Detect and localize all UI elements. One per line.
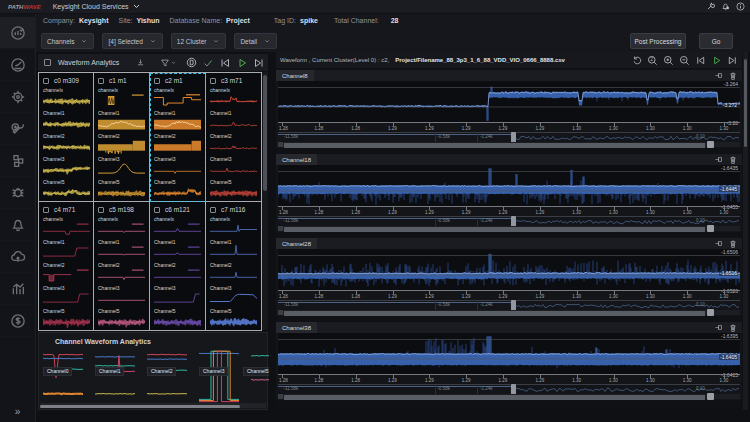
channel-thumbnail[interactable]: Channel5 [154, 179, 201, 201]
channel-thumbnail[interactable]: Channel5 [210, 308, 257, 330]
cluster-card-c6[interactable]: c6 m121 channelx Channel1 Channel2 Chann… [150, 202, 206, 331]
channel-tile-channel5[interactable]: Channel5 [251, 349, 269, 405]
rail-item-gauge[interactable] [0, 49, 36, 81]
product-switcher[interactable]: Keysight Cloud Services [53, 3, 140, 10]
strip-plot[interactable]: -1.6506 -1.6516 -1.6526 [278, 249, 740, 290]
delete-icon[interactable] [728, 155, 738, 165]
dropdown-detail[interactable]: Detail [234, 33, 277, 49]
channel-panel-scrollbar[interactable] [40, 403, 266, 408]
strip-scrollbar[interactable] [278, 394, 740, 399]
cluster-checkbox[interactable] [154, 78, 160, 84]
channel-thumbnail[interactable]: Channel1 [43, 110, 89, 132]
scrollbar-thumb[interactable] [40, 405, 240, 408]
pin-icon[interactable] [714, 71, 723, 80]
channel-thumbnail[interactable]: Channel5 [154, 308, 201, 330]
channel-thumbnail[interactable]: Channel5 [98, 308, 145, 330]
channel-thumbnail[interactable]: Channel3 [154, 156, 201, 178]
cluster-grid-scrollbar[interactable] [262, 72, 268, 330]
channel-thumbnail[interactable]: channelx [210, 87, 257, 109]
cluster-checkbox[interactable] [43, 207, 49, 213]
channel-thumbnail[interactable]: Channel2 [210, 262, 257, 284]
channel-tile-channel3[interactable]: Channel3 [199, 349, 239, 405]
channel-tile-channel0[interactable]: Channel0 [43, 349, 83, 405]
scrollbar-thumb[interactable] [284, 395, 705, 400]
download-icon[interactable] [136, 58, 145, 67]
channel-thumbnail[interactable]: Channel2 [210, 133, 257, 155]
strip-plot[interactable]: -1.6435 -1.6445 -1.6455 [278, 165, 740, 206]
channel-thumbnail[interactable]: Channel1 [154, 239, 201, 261]
channel-thumbnail[interactable]: Channel3 [43, 156, 89, 178]
cluster-checkbox[interactable] [210, 207, 216, 213]
channel-thumbnail[interactable]: Channel1 [43, 239, 89, 261]
channel-tile-channel1[interactable]: Channel1 [95, 349, 135, 405]
channel-tile-channel2[interactable]: Channel2 [147, 349, 187, 405]
scrollbar-right-button[interactable] [707, 141, 714, 148]
strip-overview[interactable]: -11.58k-0.58k-1.24k 0.10 [278, 300, 740, 309]
rail-item-gear[interactable] [0, 81, 36, 113]
strip-next-button[interactable] [727, 55, 738, 66]
channel-thumbnail[interactable]: Channel2 [98, 133, 145, 155]
strip-overview[interactable]: -11.58k-0.58k-1.24k 0.10 [278, 216, 740, 225]
strip-plot[interactable]: -1.6395 -1.6405 -1.6415 [278, 333, 740, 374]
channel-thumbnail[interactable]: Channel5 [210, 179, 257, 201]
channel-thumbnail[interactable]: Channel3 [98, 285, 145, 307]
channel-thumbnail[interactable]: Channel2 [154, 262, 201, 284]
channel-thumbnail[interactable]: channelx [154, 87, 201, 109]
channel-thumbnail[interactable]: channelx [43, 87, 89, 109]
cluster-card-c1[interactable]: c1 m1 channelx Channel1 Channel2 Channel… [94, 73, 150, 202]
rail-expand-button[interactable]: » [0, 400, 35, 422]
rail-item-dollar[interactable] [0, 305, 36, 337]
rail-item-blocks[interactable] [0, 145, 36, 177]
channel-thumbnail[interactable]: Channel3 [154, 285, 201, 307]
info-icon[interactable] [736, 2, 745, 11]
cluster-checkbox[interactable] [210, 78, 216, 84]
delete-icon[interactable] [728, 71, 738, 81]
channel-thumbnail[interactable]: Channel1 [210, 239, 257, 261]
channel-thumbnail[interactable]: Channel2 [154, 133, 201, 155]
cluster-prev-button[interactable] [219, 57, 231, 69]
strip-scrollbar[interactable] [278, 142, 740, 147]
detail-scrollbar[interactable] [743, 52, 748, 410]
channel-thumbnail[interactable]: Channel3 [210, 285, 257, 307]
cluster-next-button[interactable] [253, 57, 265, 69]
channel-thumbnail[interactable]: Channel1 [210, 110, 257, 132]
channel-thumbnail[interactable]: Channel5 [43, 179, 89, 201]
check-icon[interactable] [202, 57, 214, 69]
cluster-checkbox[interactable] [98, 207, 104, 213]
channel-thumbnail[interactable]: channelx [43, 216, 89, 238]
strip-plot[interactable]: -3.264 -3.272 -3.28 [278, 81, 740, 122]
rail-item-analytics[interactable] [0, 17, 36, 49]
scrollbar-thumb[interactable] [284, 143, 705, 148]
pin-icon[interactable] [714, 323, 723, 332]
cluster-card-c2[interactable]: c2 m1 channelx Channel1 Channel2 Channel… [150, 73, 206, 202]
rail-item-chart[interactable] [0, 273, 36, 305]
cluster-checkbox[interactable] [98, 78, 104, 84]
channel-thumbnail[interactable]: Channel5 [43, 308, 89, 330]
dropdown-channels[interactable]: Channels [41, 33, 94, 49]
rail-item-bell[interactable] [0, 209, 36, 241]
cluster-play-button[interactable] [236, 57, 248, 69]
rail-item-debug[interactable] [0, 177, 36, 209]
strip-overview[interactable]: -11.58k-0.58k-1.24k 0.10 [278, 384, 740, 393]
channel-thumbnail[interactable]: Channel1 [98, 239, 145, 261]
filter-icon[interactable] [160, 58, 177, 68]
channel-thumbnail[interactable]: channelx [154, 216, 201, 238]
channel-thumbnail[interactable]: Channel2 [43, 133, 89, 155]
scrollbar-thumb[interactable] [284, 227, 705, 232]
channel-thumbnail[interactable]: Channel1 [154, 110, 201, 132]
strip-scrollbar[interactable] [278, 310, 740, 315]
cluster-card-c4[interactable]: c4 m71 channelx Channel1 Channel2 Channe… [38, 202, 94, 331]
delete-icon[interactable] [728, 239, 738, 249]
scrollbar-thumb[interactable] [263, 75, 267, 191]
bell-icon[interactable] [721, 2, 730, 11]
channel-thumbnail[interactable]: Channel1 [98, 110, 145, 132]
go-button[interactable]: Go [699, 33, 733, 49]
channel-thumbnail[interactable]: Channel2 [43, 262, 89, 284]
pin-icon[interactable] [714, 155, 723, 164]
channel-thumbnail[interactable]: Channel3 [210, 156, 257, 178]
scrollbar-left-button[interactable] [278, 226, 283, 231]
scrollbar-thumb[interactable] [744, 59, 747, 147]
cluster-card-c7[interactable]: c7 m116 channelx Channel1 Channel2 Chann… [206, 202, 262, 331]
strip-scrollbar[interactable] [278, 226, 740, 231]
zoom-in-icon[interactable] [663, 55, 674, 66]
